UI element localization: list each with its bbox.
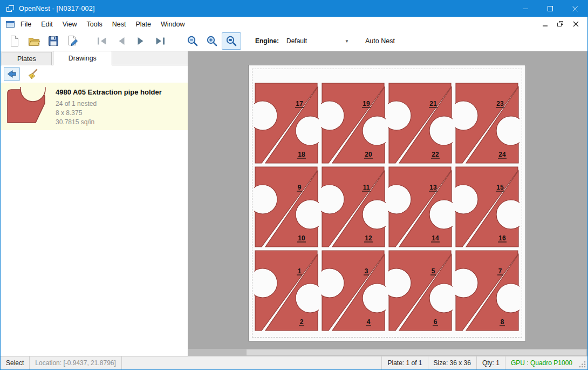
- window-title: OpenNest - [N0317-002]: [19, 5, 513, 12]
- tab-plates[interactable]: Plates: [2, 52, 52, 65]
- status-divider: [121, 356, 122, 369]
- menu-item-nest[interactable]: Nest: [107, 18, 131, 31]
- status-mode: Select: [1, 356, 29, 369]
- previous-plate-icon: [115, 35, 128, 48]
- nest-tile[interactable]: 1920: [321, 82, 386, 164]
- menu-item-window[interactable]: Window: [156, 18, 189, 31]
- zoom-in-button[interactable]: [202, 32, 222, 50]
- document-icon: [6, 21, 15, 28]
- horizontal-scrollbar[interactable]: [188, 349, 587, 356]
- new-button[interactable]: [5, 32, 24, 50]
- status-qty: Qty: 1: [477, 356, 505, 369]
- menu-item-plate[interactable]: Plate: [131, 18, 156, 31]
- drawings-toolbar: [1, 65, 188, 83]
- part-number: 13: [429, 184, 437, 191]
- next-plate-icon: [134, 35, 147, 48]
- part-number: 10: [298, 234, 305, 242]
- resize-grip-icon: [579, 361, 586, 368]
- part-number: 8: [501, 318, 504, 326]
- save-edit-button[interactable]: [63, 32, 83, 50]
- nest-tile[interactable]: 2324: [455, 82, 519, 164]
- part-number: 23: [496, 100, 504, 107]
- last-plate-icon: [154, 35, 167, 48]
- app-icon: [6, 5, 15, 12]
- mdi-minimize-icon: [542, 21, 549, 27]
- mdi-restore-icon: [557, 21, 564, 27]
- plate[interactable]: 171819202122232491011121314151612345678: [248, 65, 526, 341]
- next-plate-button[interactable]: [131, 32, 151, 50]
- save-button[interactable]: [44, 32, 63, 50]
- status-plate: Plate: 1 of 1: [382, 356, 427, 369]
- part-number: 21: [429, 100, 437, 107]
- nest-tile[interactable]: 56: [388, 250, 453, 332]
- zoom-fit-button[interactable]: [222, 32, 241, 50]
- save-icon: [47, 35, 60, 48]
- save-edit-icon: [66, 35, 79, 48]
- zoom-out-icon: [186, 35, 199, 48]
- tabstrip: Plates Drawings: [1, 51, 188, 65]
- app-window: OpenNest - [N0317-002] FileEditViewTools…: [0, 0, 588, 370]
- new-file-icon: [8, 35, 21, 48]
- minimize-button[interactable]: [513, 1, 538, 17]
- close-icon: [572, 6, 578, 12]
- part-number: 2: [300, 318, 304, 326]
- first-plate-button[interactable]: [92, 32, 112, 50]
- part-number: 22: [432, 151, 439, 158]
- previous-plate-button[interactable]: [112, 32, 131, 50]
- open-button[interactable]: [24, 32, 44, 50]
- nest-tile[interactable]: 12: [254, 250, 319, 332]
- scrollbar-thumb[interactable]: [247, 349, 586, 355]
- auto-nest-button[interactable]: Auto Nest: [365, 37, 395, 45]
- main-toolbar: Engine: Default ▼ Auto Nest: [1, 31, 587, 51]
- drawing-title: 4980 A05 Extraction pipe holder: [56, 88, 162, 96]
- nest-layout: 171819202122232491011121314151612345678: [254, 82, 519, 332]
- part-number: 5: [432, 267, 435, 275]
- part-number: 24: [498, 151, 506, 158]
- nest-tile[interactable]: 1718: [254, 82, 319, 164]
- titlebar: OpenNest - [N0317-002]: [1, 1, 587, 17]
- status-size: Size: 36 x 36: [428, 356, 476, 369]
- menu-item-edit[interactable]: Edit: [36, 18, 58, 31]
- mdi-close-button[interactable]: [569, 19, 582, 30]
- nest-tile[interactable]: 78: [455, 250, 519, 332]
- nest-tile[interactable]: 34: [321, 250, 386, 332]
- drawing-list-item[interactable]: 4980 A05 Extraction pipe holder 24 of 1 …: [1, 83, 188, 130]
- drawing-size: 8 x 8.375: [56, 109, 162, 118]
- drawing-area: 30.7815 sq/in: [56, 118, 162, 127]
- mdi-restore-button[interactable]: [554, 19, 567, 30]
- nest-tile[interactable]: 2122: [388, 82, 453, 164]
- part-number: 4: [367, 318, 371, 326]
- close-button[interactable]: [563, 1, 587, 17]
- move-back-button[interactable]: [4, 67, 20, 81]
- mdi-close-icon: [573, 21, 579, 27]
- part-number: 17: [296, 100, 303, 107]
- nest-tile[interactable]: 1112: [321, 166, 386, 248]
- engine-value: Default: [286, 37, 307, 45]
- engine-select[interactable]: Default ▼: [283, 35, 352, 48]
- nest-canvas[interactable]: 171819202122232491011121314151612345678: [188, 51, 587, 356]
- last-plate-button[interactable]: [151, 32, 170, 50]
- menu-item-file[interactable]: File: [16, 18, 36, 31]
- part-number: 14: [432, 234, 439, 242]
- first-plate-icon: [95, 35, 108, 48]
- part-number: 11: [363, 184, 370, 191]
- nest-tile[interactable]: 910: [254, 166, 319, 248]
- sidebar: Plates Drawings 4980: [1, 51, 188, 356]
- maximize-button[interactable]: [538, 1, 563, 17]
- part-number: 12: [365, 234, 372, 242]
- tab-drawings[interactable]: Drawings: [53, 51, 112, 65]
- zoom-out-button[interactable]: [183, 32, 202, 50]
- mdi-minimize-button[interactable]: [539, 19, 552, 30]
- resize-grip[interactable]: [578, 356, 587, 369]
- part-number: 19: [363, 100, 370, 107]
- menu-item-view[interactable]: View: [58, 18, 82, 31]
- broom-icon: [26, 68, 38, 80]
- nest-tile[interactable]: 1314: [388, 166, 453, 248]
- status-location: Location: [-0.9437, 21.8796]: [30, 356, 121, 369]
- zoom-in-icon: [206, 35, 218, 48]
- nest-tile[interactable]: 1516: [455, 166, 519, 248]
- minimize-icon: [523, 6, 529, 12]
- menu-item-tools[interactable]: Tools: [82, 18, 107, 31]
- statusbar: Select Location: [-0.9437, 21.8796] Plat…: [1, 356, 587, 369]
- clear-button[interactable]: [24, 67, 40, 81]
